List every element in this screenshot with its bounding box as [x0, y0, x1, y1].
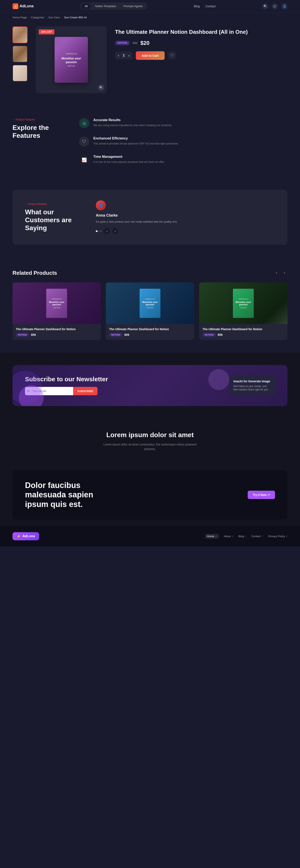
feature-title-3: Time Management	[93, 155, 165, 159]
nav-actions: 🔍 🛒 👤	[262, 3, 288, 9]
footer-link-contact[interactable]: Contact ↗	[251, 534, 263, 539]
feature-desc-2: This product provides broad spectrum SPF…	[93, 142, 179, 146]
related-header: Related Products ‹ ›	[12, 270, 288, 276]
related-product-2[interactable]: marketica.ai Monetize your passion LifeT…	[106, 282, 194, 340]
reviews-heading: What our Customers are Saying	[25, 208, 79, 232]
related-products-grid: marketica.ai Monetize your passion LifeT…	[12, 282, 288, 340]
breadcrumb-suncare[interactable]: Sun Care	[48, 16, 60, 19]
breadcrumb: Home Page › Categories › Sun Care › Sun …	[0, 12, 300, 22]
feature-desc-3: It is one of our most popular products t…	[93, 160, 165, 164]
footer: ⚡ AdLuna Home ↗ About ↗ Blog ↗ Contact ↗…	[0, 526, 300, 547]
newsletter-section: Subscribe to our Newsletter ✉ SUBSCRIBE …	[0, 352, 300, 419]
footer-link-privacy[interactable]: Privacy Policy ↗	[268, 534, 288, 539]
nav-tab-prompts[interactable]: Prompts Agents	[120, 3, 146, 9]
reviews-section-tag: → Product Reviews	[25, 203, 79, 206]
related-title: Related Products	[12, 270, 57, 276]
reviewer-name: Anna Clarke	[96, 213, 275, 218]
current-price: $20	[140, 40, 149, 46]
thumbnail-1[interactable]	[12, 27, 28, 43]
nav-blog[interactable]: Blog	[194, 5, 200, 8]
notion-tag: NOTION	[115, 41, 130, 45]
related-product-3-price: $59	[218, 333, 223, 336]
dot-1	[96, 230, 98, 232]
product-info: The Ultimate Planner Notion Dashboard (A…	[115, 27, 288, 93]
newsletter-card: Subscribe to our Newsletter ✉ SUBSCRIBE …	[12, 365, 288, 406]
review-nav: ‹ ›	[96, 228, 275, 234]
reviewer-text: It's quite a nice product and I am reall…	[96, 220, 275, 224]
footer-links: Home ↗ About ↗ Blog ↗ Contact ↗ Privacy …	[205, 534, 288, 539]
feature-item-2: 🛡 Enchanced Efficiency This product prov…	[79, 136, 288, 147]
user-icon[interactable]: 👤	[281, 3, 288, 9]
related-product-3-name: The Ultimate Planner Dashboard for Notio…	[202, 328, 284, 331]
quantity-control: ‹ 1 ›	[115, 52, 133, 59]
product-title: The Ultimate Planner Notion Dashboard (A…	[115, 29, 288, 36]
review-dots	[96, 230, 102, 232]
related-product-1[interactable]: marketica.ai Monetize your passion LifeT…	[12, 282, 101, 340]
related-next-button[interactable]: ›	[281, 270, 288, 276]
quantity-decrease[interactable]: ‹	[118, 53, 119, 58]
features-heading: Explore the Features	[12, 124, 67, 140]
reviews-section: → Product Reviews What our Customers are…	[0, 177, 300, 257]
lorem-text: Lorem ipsum dolor sit amet consectetur. …	[100, 442, 200, 452]
add-to-cart-button[interactable]: Add to Cart	[136, 51, 165, 60]
nav-tab-all[interactable]: All	[81, 3, 91, 9]
feature-icon-1: ◎	[79, 118, 89, 128]
product-main-image: 20% OFF marketica.ai Monetize your passi…	[36, 27, 107, 93]
related-product-1-name: The Ultimate Planner Dashboard for Notio…	[16, 328, 98, 331]
footer-logo[interactable]: ⚡ AdLuna	[12, 532, 39, 540]
original-price: $30	[133, 41, 137, 44]
newsletter-right-title: ImazAI for Generate Image	[233, 380, 271, 383]
lorem-title: Lorem ipsum dolor sit amet	[12, 431, 288, 439]
footer-link-blog[interactable]: Blog ↗	[238, 534, 246, 539]
newsletter-subscribe-button[interactable]: SUBSCRIBE	[73, 387, 98, 395]
features-left: → Product Features Explore the Features	[12, 118, 67, 140]
feature-title-2: Enchanced Efficiency	[93, 136, 179, 140]
feature-desc-1: We are using natural ingredients only wh…	[93, 123, 172, 127]
related-product-1-price: $59	[31, 333, 36, 336]
search-icon[interactable]: 🔍	[262, 3, 268, 9]
related-product-3-tag: NOTION	[202, 333, 215, 337]
footer-logo-icon: ⚡	[17, 534, 21, 538]
related-product-3[interactable]: marketica.ai Monetize your passion LifeT…	[199, 282, 288, 340]
feature-title-1: Accurate Results	[93, 118, 172, 122]
product-thumbnails	[12, 27, 28, 93]
product-visual: marketica.ai Monetize your passion LifeT…	[55, 37, 88, 83]
nav-tab-group: All Notion Templates Prompts Agents	[80, 2, 147, 10]
nav-tab-notion[interactable]: Notion Templates	[92, 3, 120, 9]
breadcrumb-categories[interactable]: Categories	[31, 16, 44, 19]
features-list: ◎ Accurate Results We are using natural …	[79, 118, 288, 165]
footer-link-about[interactable]: About ↗	[224, 534, 233, 539]
footer-link-home[interactable]: Home ↗	[205, 534, 219, 539]
cta-title: Dolor faucibus malesuada sapien ipsum qu…	[25, 481, 112, 509]
reviews-card: → Product Reviews What our Customers are…	[12, 190, 288, 245]
cart-icon[interactable]: 🛒	[272, 3, 278, 9]
brand-logo[interactable]: ⚡ AdLuna	[12, 3, 34, 9]
zoom-icon[interactable]: 🔍	[98, 85, 104, 91]
feature-item-3: 📈 Time Management It is one of our most …	[79, 155, 288, 165]
feature-icon-2: 🛡	[79, 136, 89, 147]
related-product-2-name: The Ultimate Planner Dashboard for Notio…	[109, 328, 191, 331]
related-product-2-price: $59	[124, 333, 129, 336]
related-prev-button[interactable]: ‹	[273, 270, 279, 276]
lorem-section: Lorem ipsum dolor sit amet Lorem ipsum d…	[0, 418, 300, 464]
reviews-left: → Product Reviews What our Customers are…	[25, 203, 79, 232]
review-prev-button[interactable]: ‹	[104, 228, 110, 234]
quantity-value: 1	[122, 54, 126, 57]
breadcrumb-home[interactable]: Home Page	[12, 16, 27, 19]
logo-icon: ⚡	[12, 3, 18, 9]
wishlist-button[interactable]: ♡	[168, 51, 176, 60]
reviewer-avatar: 👤	[96, 200, 106, 210]
navbar: ⚡ AdLuna All Notion Templates Prompts Ag…	[0, 0, 300, 12]
quantity-increase[interactable]: ›	[128, 53, 130, 58]
nav-contact[interactable]: Contact	[205, 5, 215, 8]
feature-item-1: ◎ Accurate Results We are using natural …	[79, 118, 288, 128]
thumbnail-2[interactable]	[12, 45, 28, 62]
related-nav: ‹ ›	[273, 270, 288, 276]
newsletter-right-card: ImazAI for Generate Image We'll listen t…	[229, 375, 275, 396]
related-product-2-tag: NOTION	[109, 333, 122, 337]
thumbnail-3[interactable]	[12, 65, 28, 82]
cta-button[interactable]: Try it Now ↗	[248, 491, 275, 499]
related-section: Related Products ‹ › marketica.ai Moneti…	[0, 257, 300, 352]
review-next-button[interactable]: ›	[112, 228, 118, 234]
cart-row: ‹ 1 › Add to Cart ♡	[115, 51, 288, 60]
